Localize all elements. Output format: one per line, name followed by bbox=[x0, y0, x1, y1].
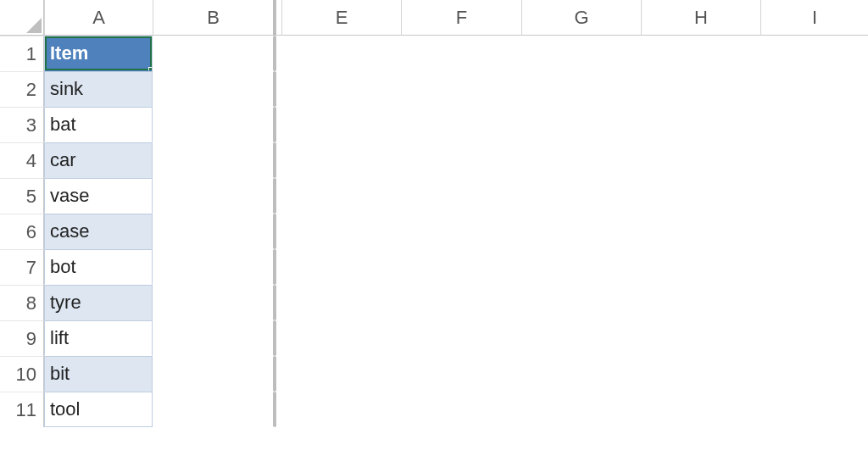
row-header-7[interactable]: 7 bbox=[0, 249, 44, 285]
cell-G10[interactable] bbox=[521, 356, 641, 392]
column-header-B[interactable]: B bbox=[153, 0, 275, 36]
cell-I6[interactable] bbox=[760, 214, 868, 249]
cell-G1[interactable] bbox=[521, 36, 641, 71]
column-header-G[interactable]: G bbox=[521, 0, 641, 36]
cell-E5[interactable] bbox=[281, 178, 401, 214]
cell-B9[interactable] bbox=[153, 320, 275, 356]
cell-A10[interactable]: bit bbox=[44, 356, 153, 392]
cell-A6[interactable]: case bbox=[44, 214, 153, 249]
cell-H8[interactable] bbox=[641, 285, 760, 320]
cell-B6[interactable] bbox=[153, 214, 275, 249]
cell-E4[interactable] bbox=[281, 142, 401, 178]
cell-H6[interactable] bbox=[641, 214, 760, 249]
cell-I9[interactable] bbox=[760, 320, 868, 356]
row-header-9[interactable]: 9 bbox=[0, 320, 44, 356]
cell-F7[interactable] bbox=[401, 249, 521, 285]
cell-F3[interactable] bbox=[401, 107, 521, 142]
cell-G4[interactable] bbox=[521, 142, 641, 178]
cell-H10[interactable] bbox=[641, 356, 760, 392]
cell-E1[interactable] bbox=[281, 36, 401, 71]
table-header-label: Item bbox=[50, 42, 88, 64]
cell-A9[interactable]: lift bbox=[44, 320, 153, 356]
cell-F2[interactable] bbox=[401, 71, 521, 107]
column-header-F[interactable]: F bbox=[401, 0, 521, 36]
cell-H11[interactable] bbox=[641, 392, 760, 427]
cell-E6[interactable] bbox=[281, 214, 401, 249]
column-header-A[interactable]: A bbox=[44, 0, 153, 36]
cell-F8[interactable] bbox=[401, 285, 521, 320]
cell-B1[interactable] bbox=[153, 36, 275, 71]
cell-F6[interactable] bbox=[401, 214, 521, 249]
select-all-corner[interactable] bbox=[0, 0, 44, 36]
cell-G11[interactable] bbox=[521, 392, 641, 427]
cell-G6[interactable] bbox=[521, 214, 641, 249]
column-header-I[interactable]: I bbox=[760, 0, 868, 36]
row-header-4[interactable]: 4 bbox=[0, 142, 44, 178]
cell-E10[interactable] bbox=[281, 356, 401, 392]
cell-I2[interactable] bbox=[760, 71, 868, 107]
cell-H1[interactable] bbox=[641, 36, 760, 71]
cell-A2[interactable]: sink bbox=[44, 71, 153, 107]
cell-A5[interactable]: vase bbox=[44, 178, 153, 214]
cell-A7[interactable]: bot bbox=[44, 249, 153, 285]
cell-I3[interactable] bbox=[760, 107, 868, 142]
cell-B10[interactable] bbox=[153, 356, 275, 392]
cell-H7[interactable] bbox=[641, 249, 760, 285]
cell-G2[interactable] bbox=[521, 71, 641, 107]
cell-B2[interactable] bbox=[153, 71, 275, 107]
cell-A4[interactable]: car bbox=[44, 142, 153, 178]
cell-A8[interactable]: tyre bbox=[44, 285, 153, 320]
cell-H2[interactable] bbox=[641, 71, 760, 107]
cell-I4[interactable] bbox=[760, 142, 868, 178]
row-header-1[interactable]: 1 bbox=[0, 36, 44, 71]
row-header-2[interactable]: 2 bbox=[0, 71, 44, 107]
cell-F10[interactable] bbox=[401, 356, 521, 392]
cell-G3[interactable] bbox=[521, 107, 641, 142]
row-header-6[interactable]: 6 bbox=[0, 214, 44, 249]
cell-H4[interactable] bbox=[641, 142, 760, 178]
cell-E2[interactable] bbox=[281, 71, 401, 107]
row-header-10[interactable]: 10 bbox=[0, 356, 44, 392]
cell-I11[interactable] bbox=[760, 392, 868, 427]
cell-G9[interactable] bbox=[521, 320, 641, 356]
cell-E8[interactable] bbox=[281, 285, 401, 320]
cell-H5[interactable] bbox=[641, 178, 760, 214]
cell-G8[interactable] bbox=[521, 285, 641, 320]
cell-E9[interactable] bbox=[281, 320, 401, 356]
cell-H3[interactable] bbox=[641, 107, 760, 142]
cell-I10[interactable] bbox=[760, 356, 868, 392]
cell-F4[interactable] bbox=[401, 142, 521, 178]
cell-B11[interactable] bbox=[153, 392, 275, 427]
cell-H9[interactable] bbox=[641, 320, 760, 356]
cell-B5[interactable] bbox=[153, 178, 275, 214]
row-header-3[interactable]: 3 bbox=[0, 107, 44, 142]
cell-E7[interactable] bbox=[281, 249, 401, 285]
cell-B4[interactable] bbox=[153, 142, 275, 178]
row-header-5[interactable]: 5 bbox=[0, 178, 44, 214]
cell-I5[interactable] bbox=[760, 178, 868, 214]
cell-F1[interactable] bbox=[401, 36, 521, 71]
cell-I8[interactable] bbox=[760, 285, 868, 320]
column-header-H[interactable]: H bbox=[641, 0, 760, 36]
cell-G7[interactable] bbox=[521, 249, 641, 285]
cell-B8[interactable] bbox=[153, 285, 275, 320]
spreadsheet-grid[interactable]: A B E F G H I 1 Item 2 sink 3 bat 4 car … bbox=[0, 0, 868, 427]
cell-A1[interactable]: Item bbox=[44, 36, 153, 71]
cell-B3[interactable] bbox=[153, 107, 275, 142]
cell-I1[interactable] bbox=[760, 36, 868, 71]
fill-handle[interactable] bbox=[148, 67, 153, 71]
cell-F5[interactable] bbox=[401, 178, 521, 214]
cell-A11[interactable]: tool bbox=[44, 392, 153, 427]
cell-A3[interactable]: bat bbox=[44, 107, 153, 142]
row-header-11[interactable]: 11 bbox=[0, 392, 44, 427]
cell-F11[interactable] bbox=[401, 392, 521, 427]
cell-I7[interactable] bbox=[760, 249, 868, 285]
cell-B7[interactable] bbox=[153, 249, 275, 285]
cell-E11[interactable] bbox=[281, 392, 401, 427]
pane-split-header[interactable] bbox=[275, 0, 281, 36]
row-header-8[interactable]: 8 bbox=[0, 285, 44, 320]
cell-G5[interactable] bbox=[521, 178, 641, 214]
cell-F9[interactable] bbox=[401, 320, 521, 356]
cell-E3[interactable] bbox=[281, 107, 401, 142]
column-header-E[interactable]: E bbox=[281, 0, 401, 36]
